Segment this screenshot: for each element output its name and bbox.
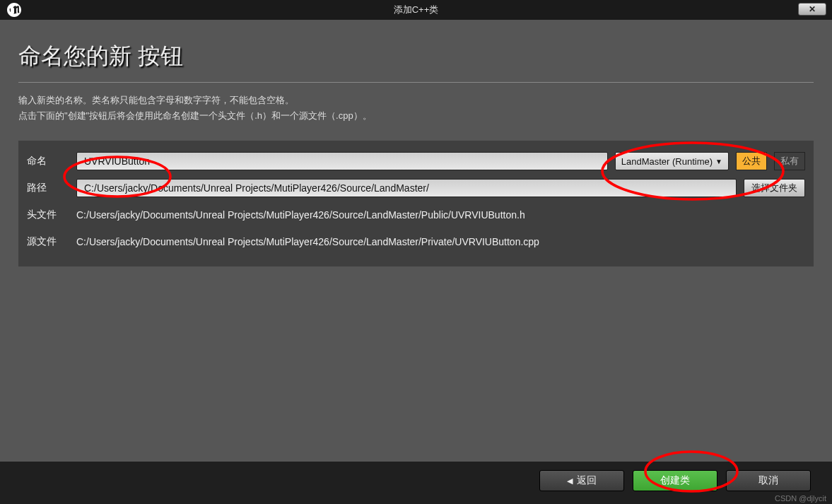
create-class-button[interactable]: 创建类 xyxy=(633,470,717,491)
browse-folder-button[interactable]: 选择文件夹 xyxy=(744,179,805,197)
description-line2: 点击下面的"创建"按钮后将会使用此命名创建一个头文件（.h）和一个源文件（.cp… xyxy=(18,108,814,124)
close-button[interactable]: ✕ xyxy=(798,3,826,16)
close-icon: ✕ xyxy=(809,4,816,14)
page-title: 命名您的新 按钮 xyxy=(18,41,814,72)
name-row: 命名 LandMaster (Runtime) ▼ 公共 私有 xyxy=(27,148,805,175)
visibility-public-button[interactable]: 公共 xyxy=(736,152,767,170)
source-file-label: 源文件 xyxy=(27,235,69,248)
module-dropdown[interactable]: LandMaster (Runtime) ▼ xyxy=(615,152,729,170)
class-name-input[interactable] xyxy=(76,152,608,170)
chevron-down-icon: ▼ xyxy=(715,158,722,165)
path-row: 路径 选择文件夹 xyxy=(27,175,805,201)
visibility-private-button[interactable]: 私有 xyxy=(774,152,805,170)
header-file-label: 头文件 xyxy=(27,209,69,221)
unreal-logo-icon xyxy=(0,0,28,20)
path-input[interactable] xyxy=(76,179,737,197)
cancel-button[interactable]: 取消 xyxy=(726,470,811,491)
source-file-row: 源文件 C:/Users/jacky/Documents/Unreal Proj… xyxy=(27,228,805,255)
back-button-label: 返回 xyxy=(577,474,597,487)
window-title: 添加C++类 xyxy=(394,4,439,16)
form-panel: 命名 LandMaster (Runtime) ▼ 公共 私有 路径 选择文件夹… xyxy=(18,141,814,266)
watermark: CSDN @djlycit xyxy=(775,494,826,503)
content-area: 命名您的新 按钮 输入新类的名称。类名称只能包含字母和数字字符，不能包含空格。 … xyxy=(0,20,832,504)
titlebar: 添加C++类 ✕ xyxy=(0,0,832,20)
back-button[interactable]: ◀ 返回 xyxy=(539,470,624,491)
chevron-left-icon: ◀ xyxy=(567,476,573,486)
source-file-path: C:/Users/jacky/Documents/Unreal Projects… xyxy=(76,236,539,247)
path-label: 路径 xyxy=(27,182,69,194)
footer-bar: ◀ 返回 创建类 取消 CSDN @djlycit xyxy=(0,462,832,504)
divider xyxy=(18,82,814,83)
description-line1: 输入新类的名称。类名称只能包含字母和数字字符，不能包含空格。 xyxy=(18,93,814,108)
description: 输入新类的名称。类名称只能包含字母和数字字符，不能包含空格。 点击下面的"创建"… xyxy=(18,93,814,124)
header-file-row: 头文件 C:/Users/jacky/Documents/Unreal Proj… xyxy=(27,201,805,228)
name-label: 命名 xyxy=(27,155,69,168)
header-file-path: C:/Users/jacky/Documents/Unreal Projects… xyxy=(76,209,525,221)
module-selected-label: LandMaster (Runtime) xyxy=(621,156,713,167)
